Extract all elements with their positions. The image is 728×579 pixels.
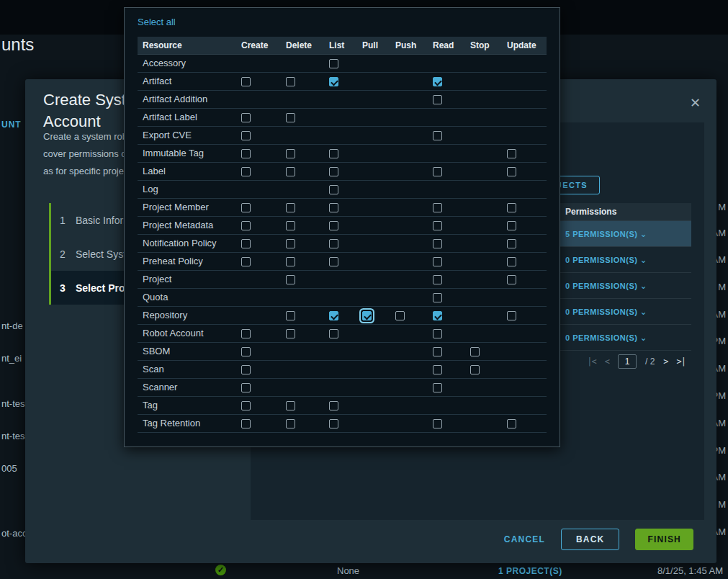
checkbox-tag-retention-update[interactable] xyxy=(507,419,516,428)
new-robot-account-button-fragment[interactable]: UNT xyxy=(1,120,22,130)
checkbox-scanner-read[interactable] xyxy=(433,383,442,392)
checkbox-project-member-read[interactable] xyxy=(433,203,442,212)
checkbox-artifact-addition-read[interactable] xyxy=(433,95,442,104)
cell-list xyxy=(324,162,357,180)
checkbox-preheat-policy-read[interactable] xyxy=(433,257,442,266)
checkbox-project-read[interactable] xyxy=(433,275,442,284)
checkbox-scan-read[interactable] xyxy=(433,365,442,374)
permissions-dropdown[interactable]: 0 PERMISSION(S)⌄ xyxy=(565,281,647,291)
cell-pull xyxy=(357,378,390,396)
checkbox-robot-account-list[interactable] xyxy=(329,329,338,338)
checkbox-robot-account-delete[interactable] xyxy=(286,329,295,338)
cell-create xyxy=(236,306,281,324)
finish-button[interactable]: FINISH xyxy=(635,529,693,550)
prev-page-icon[interactable]: < xyxy=(605,356,609,367)
checkbox-tag-retention-list[interactable] xyxy=(329,419,338,428)
checkbox-repository-delete[interactable] xyxy=(286,311,295,320)
page-number-input[interactable] xyxy=(618,354,637,369)
checkbox-notification-policy-list[interactable] xyxy=(329,239,338,248)
checkbox-tag-retention-delete[interactable] xyxy=(286,419,295,428)
checkbox-project-delete[interactable] xyxy=(286,275,295,284)
back-button[interactable]: BACK xyxy=(561,529,619,550)
checkbox-label-create[interactable] xyxy=(241,167,251,176)
checkbox-immutable-tag-delete[interactable] xyxy=(286,149,295,158)
checkbox-artifact-read[interactable] xyxy=(433,77,442,86)
checkbox-artifact-create[interactable] xyxy=(241,77,251,86)
checkbox-label-delete[interactable] xyxy=(286,167,295,176)
checkbox-preheat-policy-delete[interactable] xyxy=(286,257,295,266)
checkbox-repository-pull[interactable] xyxy=(362,311,372,320)
checkbox-tag-list[interactable] xyxy=(329,401,338,410)
checkbox-scanner-create[interactable] xyxy=(241,383,251,392)
projects-count-link[interactable]: 1 PROJECT(S) xyxy=(498,566,562,576)
checkbox-export-cve-read[interactable] xyxy=(433,131,442,140)
checkbox-project-member-delete[interactable] xyxy=(286,203,295,212)
last-page-icon[interactable]: >| xyxy=(677,356,686,367)
checkbox-notification-policy-delete[interactable] xyxy=(286,239,295,248)
checkbox-immutable-tag-create[interactable] xyxy=(241,149,251,158)
checkbox-project-member-update[interactable] xyxy=(507,203,516,212)
checkbox-scan-create[interactable] xyxy=(241,365,251,374)
resource-row-tag: Tag xyxy=(138,396,547,414)
next-page-icon[interactable]: > xyxy=(663,356,668,367)
checkbox-project-metadata-create[interactable] xyxy=(241,221,251,230)
permissions-dropdown[interactable]: 5 PERMISSION(S)⌄ xyxy=(565,229,647,239)
checkbox-robot-account-read[interactable] xyxy=(433,329,442,338)
checkbox-repository-read[interactable] xyxy=(433,311,442,320)
page-total-label: / 2 xyxy=(645,356,655,367)
checkbox-quota-read[interactable] xyxy=(433,293,442,302)
close-icon[interactable]: ✕ xyxy=(690,96,701,109)
checkbox-preheat-policy-update[interactable] xyxy=(507,257,516,266)
checkbox-notification-policy-create[interactable] xyxy=(241,239,251,248)
cancel-button[interactable]: CANCEL xyxy=(504,529,545,550)
checkbox-project-member-list[interactable] xyxy=(329,203,338,212)
checkbox-repository-push[interactable] xyxy=(395,311,405,320)
checkbox-repository-list[interactable] xyxy=(329,311,338,320)
resource-name: Artifact xyxy=(138,72,236,90)
chevron-down-icon: ⌄ xyxy=(639,229,647,239)
checkbox-accessory-list[interactable] xyxy=(329,59,338,68)
checkbox-artifact-label-delete[interactable] xyxy=(286,113,295,122)
permissions-dropdown[interactable]: 0 PERMISSION(S)⌄ xyxy=(565,255,647,265)
checkbox-project-metadata-list[interactable] xyxy=(329,221,338,230)
checkbox-immutable-tag-list[interactable] xyxy=(329,149,338,158)
cell-create xyxy=(236,414,281,432)
checkbox-project-metadata-update[interactable] xyxy=(507,221,516,230)
checkbox-sbom-create[interactable] xyxy=(241,347,251,356)
cell-list xyxy=(324,216,357,234)
cell-pull xyxy=(357,270,390,288)
checkbox-artifact-delete[interactable] xyxy=(286,77,295,86)
dialog-footer: CANCEL BACK FINISH xyxy=(25,529,716,550)
checkbox-immutable-tag-update[interactable] xyxy=(507,149,516,158)
checkbox-log-list[interactable] xyxy=(329,185,338,194)
checkbox-label-update[interactable] xyxy=(507,167,516,176)
checkbox-notification-policy-update[interactable] xyxy=(507,239,516,248)
select-all-link[interactable]: Select all xyxy=(138,17,176,27)
checkbox-label-list[interactable] xyxy=(329,167,338,176)
checkbox-preheat-policy-list[interactable] xyxy=(329,257,338,266)
checkbox-sbom-stop[interactable] xyxy=(470,347,480,356)
cell-read xyxy=(428,180,465,198)
checkbox-scan-stop[interactable] xyxy=(470,365,480,374)
checkbox-artifact-list[interactable] xyxy=(329,77,338,86)
checkbox-project-metadata-read[interactable] xyxy=(433,221,442,230)
checkbox-preheat-policy-create[interactable] xyxy=(241,257,251,266)
checkbox-label-read[interactable] xyxy=(433,167,442,176)
checkbox-project-update[interactable] xyxy=(507,275,516,284)
checkbox-project-metadata-delete[interactable] xyxy=(286,221,295,230)
checkbox-tag-delete[interactable] xyxy=(286,401,295,410)
first-page-icon[interactable]: |< xyxy=(587,356,596,367)
checkbox-tag-retention-read[interactable] xyxy=(433,419,442,428)
checkbox-tag-create[interactable] xyxy=(241,401,251,410)
resource-name: Robot Account xyxy=(138,324,236,342)
checkbox-robot-account-create[interactable] xyxy=(241,329,251,338)
checkbox-sbom-read[interactable] xyxy=(433,347,442,356)
checkbox-artifact-label-create[interactable] xyxy=(241,113,251,122)
checkbox-export-cve-create[interactable] xyxy=(241,131,251,140)
checkbox-tag-retention-create[interactable] xyxy=(241,419,251,428)
checkbox-notification-policy-read[interactable] xyxy=(433,239,442,248)
checkbox-repository-update[interactable] xyxy=(507,311,516,320)
checkbox-project-member-create[interactable] xyxy=(241,203,251,212)
permissions-dropdown[interactable]: 0 PERMISSION(S)⌄ xyxy=(565,307,647,317)
permissions-dropdown[interactable]: 0 PERMISSION(S)⌄ xyxy=(565,333,647,343)
